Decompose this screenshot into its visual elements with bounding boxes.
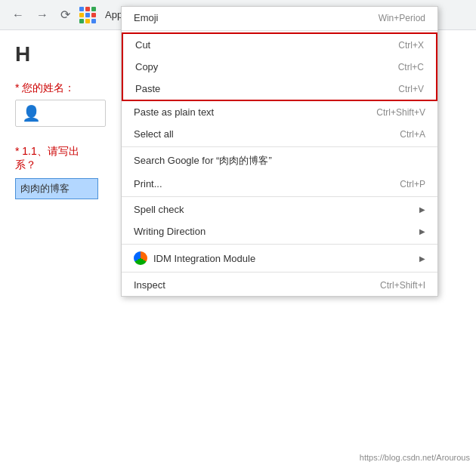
context-menu: Emoji Win+Period Cut Ctrl+X Copy Ctrl+C … bbox=[121, 6, 438, 297]
menu-item-select-all[interactable]: Select all Ctrl+A bbox=[122, 123, 437, 145]
menu-item-paste[interactable]: Paste Ctrl+V bbox=[123, 78, 436, 100]
inspect-label: Inspect bbox=[134, 279, 380, 291]
name-field[interactable]: 👤 bbox=[15, 100, 106, 127]
divider-2 bbox=[122, 146, 437, 147]
menu-item-search-google[interactable]: Search Google for “肉肉的博客” bbox=[122, 149, 437, 173]
cut-copy-paste-group: Cut Ctrl+X Copy Ctrl+C Paste Ctrl+V bbox=[122, 32, 437, 101]
menu-item-idm[interactable]: IDM Integration Module bbox=[122, 246, 437, 270]
emoji-label: Emoji bbox=[134, 12, 379, 23]
paste-label: Paste bbox=[135, 83, 398, 94]
paste-shortcut: Ctrl+V bbox=[398, 84, 424, 94]
select-all-label: Select all bbox=[134, 128, 400, 140]
divider-5 bbox=[122, 272, 437, 273]
idm-label: IDM Integration Module bbox=[153, 253, 419, 264]
writing-direction-label: Writing Direction bbox=[134, 226, 419, 237]
menu-item-copy[interactable]: Copy Ctrl+C bbox=[123, 56, 436, 78]
idm-icon bbox=[134, 251, 147, 265]
cut-shortcut: Ctrl+X bbox=[398, 40, 424, 51]
cut-label: Cut bbox=[135, 39, 398, 51]
apps-icon[interactable] bbox=[79, 7, 96, 23]
menu-item-writing-direction[interactable]: Writing Direction bbox=[122, 220, 437, 242]
print-shortcut: Ctrl+P bbox=[400, 179, 425, 189]
copy-label: Copy bbox=[135, 61, 398, 72]
emoji-shortcut: Win+Period bbox=[379, 13, 425, 23]
selected-text: 肉肉的博客 bbox=[15, 178, 98, 199]
menu-item-paste-plain[interactable]: Paste as plain text Ctrl+Shift+V bbox=[122, 101, 437, 123]
select-all-shortcut: Ctrl+A bbox=[400, 129, 425, 140]
paste-plain-shortcut: Ctrl+Shift+V bbox=[376, 107, 425, 118]
menu-item-spell-check[interactable]: Spell check bbox=[122, 199, 437, 220]
copy-shortcut: Ctrl+C bbox=[398, 62, 424, 72]
menu-item-cut[interactable]: Cut Ctrl+X bbox=[123, 34, 436, 56]
print-label: Print... bbox=[134, 178, 400, 189]
user-avatar-icon: 👤 bbox=[22, 104, 41, 122]
menu-item-inspect[interactable]: Inspect Ctrl+Shift+I bbox=[122, 274, 437, 296]
spell-check-label: Spell check bbox=[134, 204, 419, 215]
divider-1 bbox=[122, 30, 437, 31]
divider-4 bbox=[122, 244, 437, 245]
menu-item-print[interactable]: Print... Ctrl+P bbox=[122, 173, 437, 195]
inspect-shortcut: Ctrl+Shift+I bbox=[380, 280, 425, 291]
paste-plain-label: Paste as plain text bbox=[134, 106, 376, 118]
divider-3 bbox=[122, 196, 437, 197]
watermark: https://blog.csdn.net/Arourous bbox=[360, 453, 470, 462]
forward-button[interactable]: → bbox=[33, 7, 51, 23]
menu-item-emoji[interactable]: Emoji Win+Period bbox=[122, 7, 437, 29]
back-button[interactable]: ← bbox=[9, 7, 27, 23]
reload-button[interactable]: ⟳ bbox=[57, 6, 73, 23]
search-google-label: Search Google for “肉肉的博客” bbox=[134, 154, 425, 168]
